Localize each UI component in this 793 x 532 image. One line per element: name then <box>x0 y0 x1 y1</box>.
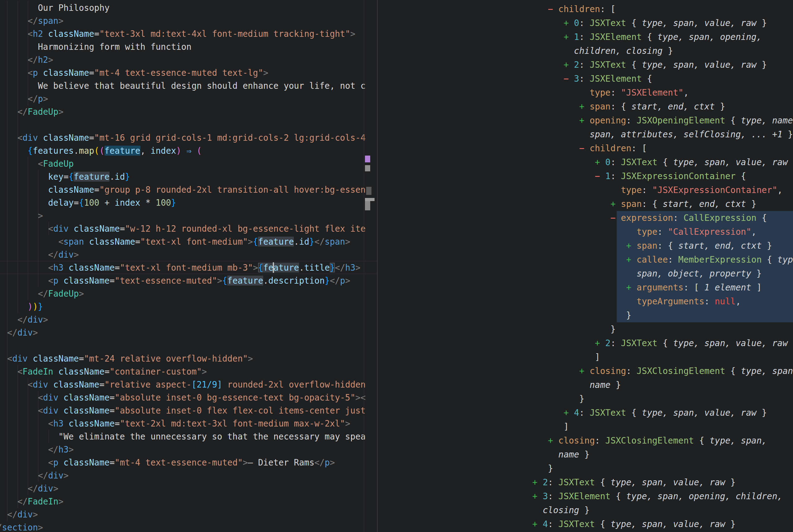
expand-node-toggle[interactable]: + <box>532 519 543 529</box>
code-line[interactable]: </FadeUp> <box>0 287 377 300</box>
code-line[interactable]: </h3> <box>0 443 377 456</box>
ast-line[interactable]: closing } <box>532 503 793 517</box>
code-line[interactable]: </div> <box>0 469 377 482</box>
code-line[interactable]: /section> <box>0 521 377 532</box>
collapse-node-toggle[interactable]: − <box>532 171 605 181</box>
code-line[interactable]: <FadeIn className="container-custom"> <box>0 365 377 378</box>
collapse-node-toggle[interactable]: − <box>532 143 589 153</box>
code-line[interactable]: </div> <box>0 482 377 495</box>
ast-line[interactable]: name } <box>532 378 793 392</box>
ast-line[interactable]: − children: [ <box>532 2 793 16</box>
expand-node-toggle[interactable]: + <box>532 282 637 292</box>
code-line[interactable]: > <box>0 209 377 222</box>
code-line[interactable]: </div> <box>0 508 377 521</box>
ast-line[interactable]: + span: { start, end, ctxt } <box>532 239 793 253</box>
ast-line[interactable]: + closing: JSXClosingElement { type, spa… <box>532 434 793 448</box>
overview-ruler[interactable] <box>364 0 377 532</box>
code-line[interactable]: <p className="mt-4 text-essence-muted">—… <box>0 456 377 469</box>
ast-line[interactable]: + arguments: [ 1 element ] <box>532 281 793 294</box>
ast-line[interactable]: typeArguments: null, <box>532 294 793 308</box>
code-line[interactable]: {features.map((feature, index) ⇒ ( <box>0 144 377 157</box>
ast-line[interactable]: type: "JSXElement", <box>532 86 793 100</box>
expand-node-toggle[interactable]: + <box>532 436 558 446</box>
ast-line[interactable]: + 3: JSXElement { type, span, opening, c… <box>532 489 793 503</box>
ast-line[interactable]: + closing: JSXClosingElement { type, spa… <box>532 364 793 378</box>
ast-tree-panel[interactable]: − children: [ + 0: JSXText { type, span,… <box>378 0 793 532</box>
code-line[interactable]: </h2> <box>0 53 377 66</box>
ast-line[interactable]: + span: { start, end, ctxt } <box>532 100 793 114</box>
ast-line[interactable]: + 4: JSXText { type, span, value, raw } <box>532 517 793 531</box>
code-line[interactable]: <h3 className="text-2xl md:text-3xl font… <box>0 417 377 430</box>
collapse-node-toggle[interactable]: − <box>532 213 621 223</box>
code-line[interactable]: <p className="mt-4 text-essence-muted te… <box>0 66 377 79</box>
expand-node-toggle[interactable]: + <box>532 60 574 70</box>
code-line[interactable]: Harmonizing form with function <box>0 40 377 53</box>
ast-line[interactable]: name } <box>532 448 793 461</box>
ast-line[interactable]: children, closing } <box>532 44 793 58</box>
ast-line[interactable]: + span: { start, end, ctxt } <box>532 197 793 211</box>
code-line[interactable]: delay={100 + index * 100} <box>0 196 377 209</box>
code-line[interactable]: </FadeIn> <box>0 495 377 508</box>
ast-line[interactable]: + 2: JSXText { type, span, value, raw } <box>532 336 793 350</box>
expand-node-toggle[interactable]: + <box>532 366 589 376</box>
code-line[interactable]: "We eliminate the unnecessary so that th… <box>0 430 377 443</box>
code-line[interactable]: Our Philosophy <box>0 1 377 14</box>
code-line[interactable]: <h2 className="text-3xl md:text-4xl font… <box>0 27 377 40</box>
ast-line[interactable]: + 2: JSXText { type, span, value, raw } <box>532 58 793 72</box>
ast-line[interactable]: − children: [ <box>532 141 793 155</box>
code-line[interactable]: className="group p-8 rounded-2xl transit… <box>0 183 377 196</box>
jsx-source-editor-panel[interactable]: Our Philosophy </span> <h2 className="te… <box>0 0 377 532</box>
ast-line[interactable]: ] <box>532 350 793 364</box>
ast-line[interactable]: + 0: JSXText { type, span, value, raw } <box>532 16 793 30</box>
code-line[interactable]: </p> <box>0 92 377 105</box>
ast-line[interactable]: } <box>532 308 793 322</box>
collapse-node-toggle[interactable]: − <box>532 4 558 14</box>
code-line[interactable]: <div className="absolute inset-0 bg-esse… <box>0 391 377 404</box>
code-line[interactable]: <span className="text-xl font-medium">{f… <box>0 235 377 248</box>
ast-line[interactable]: } <box>532 322 793 336</box>
expand-node-toggle[interactable]: + <box>532 199 621 209</box>
ast-line[interactable]: − 3: JSXElement { <box>532 72 793 86</box>
code-line[interactable]: <h3 className="text-xl font-medium mb-3"… <box>0 261 377 274</box>
code-line[interactable]: <div className="mt-24 relative overflow-… <box>0 352 377 365</box>
ast-line[interactable]: + 0: JSXText { type, span, value, raw } <box>532 155 793 169</box>
expand-node-toggle[interactable]: + <box>532 241 637 251</box>
ast-line[interactable]: + 2: JSXText { type, span, value, raw } <box>532 475 793 489</box>
ast-line[interactable]: − 1: JSXExpressionContainer { <box>532 169 793 183</box>
expand-node-toggle[interactable]: + <box>532 491 543 501</box>
ast-line[interactable]: + 4: JSXText { type, span, value, raw } <box>532 406 793 420</box>
code-line[interactable] <box>0 118 377 131</box>
expand-node-toggle[interactable]: + <box>532 32 574 42</box>
code-line[interactable]: <p className="text-essence-muted">{featu… <box>0 274 377 287</box>
code-line[interactable]: </div> <box>0 313 377 326</box>
ast-line[interactable]: ] <box>532 420 793 434</box>
ast-line[interactable]: + opening: JSXOpeningElement { type, nam… <box>532 114 793 128</box>
ast-line[interactable]: span, object, property } <box>532 267 793 281</box>
code-line[interactable]: <FadeUp <box>0 157 377 170</box>
ast-line[interactable]: span, attributes, selfClosing, ... +1 } <box>532 128 793 141</box>
code-line[interactable]: </div> <box>0 326 377 339</box>
ast-line[interactable]: + callee: MemberExpression { type, <box>532 253 793 267</box>
expand-node-toggle[interactable]: + <box>532 18 574 28</box>
expand-node-toggle[interactable]: + <box>532 477 543 488</box>
ast-line[interactable]: type: "CallExpression", <box>532 225 793 239</box>
expand-node-toggle[interactable]: + <box>532 338 605 348</box>
ast-line[interactable]: + 1: JSXElement { type, span, opening, <box>532 30 793 44</box>
expand-node-toggle[interactable]: + <box>532 101 589 112</box>
code-line[interactable]: <div className="relative aspect-[21/9] r… <box>0 378 377 391</box>
expand-node-toggle[interactable]: + <box>532 254 637 265</box>
ast-line[interactable]: } <box>532 461 793 475</box>
code-line[interactable]: <div className="absolute inset-0 flex fl… <box>0 404 377 417</box>
code-line[interactable]: </span> <box>0 14 377 27</box>
collapse-node-toggle[interactable]: − <box>532 74 574 84</box>
code-line[interactable]: key={feature.id} <box>0 170 377 183</box>
ast-line[interactable]: } <box>532 392 793 406</box>
code-line[interactable]: <div className="mt-16 grid grid-cols-1 m… <box>0 131 377 144</box>
code-line[interactable]: <div className="w-12 h-12 rounded-xl bg-… <box>0 222 377 235</box>
expand-node-toggle[interactable]: + <box>532 157 605 167</box>
ast-line[interactable]: − expression: CallExpression { <box>532 211 793 225</box>
expand-node-toggle[interactable]: + <box>532 115 589 126</box>
expand-node-toggle[interactable]: + <box>532 408 574 418</box>
code-line[interactable]: </div> <box>0 248 377 261</box>
code-line[interactable]: We believe that beautiful design should … <box>0 79 377 92</box>
